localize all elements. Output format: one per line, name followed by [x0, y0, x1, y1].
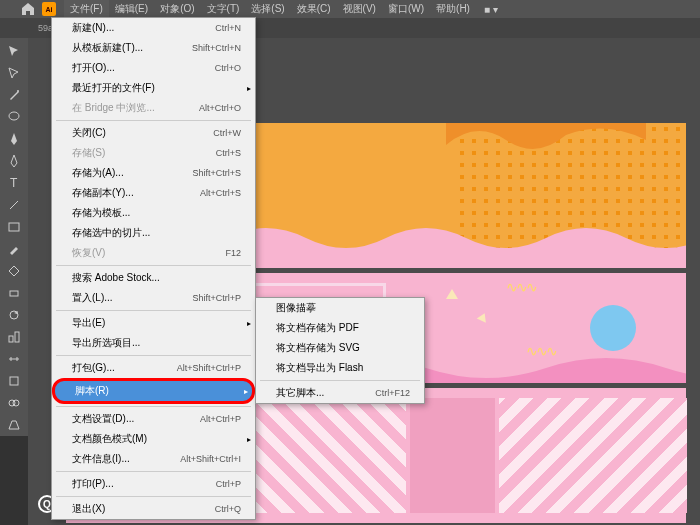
- svg-text:T: T: [10, 176, 18, 190]
- stripes-right: [499, 398, 687, 513]
- tool-scale[interactable]: [2, 326, 26, 348]
- tool-shape-builder[interactable]: [2, 392, 26, 414]
- svg-rect-7: [9, 336, 13, 342]
- file-menu-item-12: 恢复(V)F12: [52, 243, 255, 263]
- tool-width[interactable]: [2, 348, 26, 370]
- submenu-item-1[interactable]: 将文档存储为 PDF: [256, 318, 424, 338]
- menubar-item-2[interactable]: 对象(O): [154, 0, 200, 18]
- file-menu-item-7: 存储(S)Ctrl+S: [52, 143, 255, 163]
- menubar-item-5[interactable]: 效果(C): [291, 0, 337, 18]
- file-menu-item-3[interactable]: 最近打开的文件(F)▸: [52, 78, 255, 98]
- box-mid: [410, 398, 495, 513]
- chevron-right-icon: ▸: [244, 387, 248, 396]
- menubar-item-0[interactable]: 文件(F): [64, 0, 109, 18]
- file-menu-item-24[interactable]: 文档颜色模式(M)▸: [52, 429, 255, 449]
- zigzag-1: ∿∿∿: [506, 279, 536, 295]
- file-menu-item-20[interactable]: 打包(G)...Alt+Shift+Ctrl+P: [52, 358, 255, 378]
- tool-magic-wand[interactable]: [2, 84, 26, 106]
- tool-lasso[interactable]: [2, 106, 26, 128]
- file-menu-item-6[interactable]: 关闭(C)Ctrl+W: [52, 123, 255, 143]
- file-menu-item-2[interactable]: 打开(O)...Ctrl+O: [52, 58, 255, 78]
- file-menu-item-17[interactable]: 导出(E)▸: [52, 313, 255, 333]
- tool-rectangle[interactable]: [2, 216, 26, 238]
- tool-direct[interactable]: [2, 62, 26, 84]
- tool-eraser[interactable]: [2, 282, 26, 304]
- file-menu-item-11[interactable]: 存储选中的切片...: [52, 223, 255, 243]
- file-menu-item-9[interactable]: 存储副本(Y)...Alt+Ctrl+S: [52, 183, 255, 203]
- tool-line[interactable]: [2, 194, 26, 216]
- tool-perspective[interactable]: [2, 414, 26, 436]
- submenu-item-2[interactable]: 将文档存储为 SVG: [256, 338, 424, 358]
- svg-rect-5: [10, 291, 18, 296]
- home-icon[interactable]: [20, 2, 36, 16]
- menubar-item-7[interactable]: 窗口(W): [382, 0, 430, 18]
- menubar-item-4[interactable]: 选择(S): [245, 0, 290, 18]
- file-menu-item-29[interactable]: 退出(X)Ctrl+Q: [52, 499, 255, 519]
- triangle-2: [477, 311, 489, 322]
- menubar-extra[interactable]: ■ ▾: [484, 4, 498, 15]
- svg-rect-8: [15, 332, 19, 342]
- tool-brush[interactable]: [2, 238, 26, 260]
- submenu-item-0[interactable]: 图像描摹: [256, 298, 424, 318]
- tool-curvature[interactable]: [2, 150, 26, 172]
- file-menu-item-23[interactable]: 文档设置(D)...Alt+Ctrl+P: [52, 409, 255, 429]
- wave-orange: [446, 123, 646, 185]
- menubar-item-3[interactable]: 文字(T): [201, 0, 246, 18]
- menubar-item-1[interactable]: 编辑(E): [109, 0, 154, 18]
- svg-line-3: [10, 201, 18, 209]
- svg-point-11: [13, 400, 19, 406]
- menubar-item-8[interactable]: 帮助(H): [430, 0, 476, 18]
- tool-free-transform[interactable]: [2, 370, 26, 392]
- file-menu-item-25[interactable]: 文件信息(I)...Alt+Shift+Ctrl+I: [52, 449, 255, 469]
- blue-blob: [590, 305, 636, 351]
- file-menu-item-8[interactable]: 存储为(A)...Shift+Ctrl+S: [52, 163, 255, 183]
- file-menu-item-15[interactable]: 置入(L)...Shift+Ctrl+P: [52, 288, 255, 308]
- scripts-submenu: 图像描摹将文档存储为 PDF将文档存储为 SVG将文档导出为 Flash其它脚本…: [255, 297, 425, 404]
- submenu-item-3[interactable]: 将文档导出为 Flash: [256, 358, 424, 378]
- file-menu-item-27[interactable]: 打印(P)...Ctrl+P: [52, 474, 255, 494]
- submenu-item-5[interactable]: 其它脚本...Ctrl+F12: [256, 383, 424, 403]
- chevron-right-icon: ▸: [247, 435, 251, 444]
- svg-rect-4: [9, 223, 19, 231]
- tools-panel: T: [0, 38, 28, 436]
- chevron-right-icon: ▸: [247, 319, 251, 328]
- menubar: Ai 文件(F)编辑(E)对象(O)文字(T)选择(S)效果(C)视图(V)窗口…: [0, 0, 700, 18]
- tool-shaper[interactable]: [2, 260, 26, 282]
- svg-point-0: [17, 90, 19, 92]
- file-menu-item-14[interactable]: 搜索 Adobe Stock...: [52, 268, 255, 288]
- file-dropdown-menu: 新建(N)...Ctrl+N从模板新建(T)...Shift+Ctrl+N打开(…: [51, 17, 256, 520]
- tool-selection[interactable]: [2, 40, 26, 62]
- chevron-right-icon: ▸: [247, 84, 251, 93]
- triangle-1: [446, 289, 458, 299]
- file-menu-item-4: 在 Bridge 中浏览...Alt+Ctrl+O: [52, 98, 255, 118]
- svg-rect-9: [10, 377, 18, 385]
- file-menu-item-1[interactable]: 从模板新建(T)...Shift+Ctrl+N: [52, 38, 255, 58]
- app-icon: Ai: [42, 2, 56, 16]
- tool-rotate[interactable]: [2, 304, 26, 326]
- file-menu-item-18[interactable]: 导出所选项目...: [52, 333, 255, 353]
- svg-point-1: [9, 112, 19, 120]
- tool-type[interactable]: T: [2, 172, 26, 194]
- tool-pen[interactable]: [2, 128, 26, 150]
- menubar-item-6[interactable]: 视图(V): [337, 0, 382, 18]
- file-menu-item-21[interactable]: 脚本(R)▸: [52, 378, 255, 404]
- file-menu-item-10[interactable]: 存储为模板...: [52, 203, 255, 223]
- file-menu-item-0[interactable]: 新建(N)...Ctrl+N: [52, 18, 255, 38]
